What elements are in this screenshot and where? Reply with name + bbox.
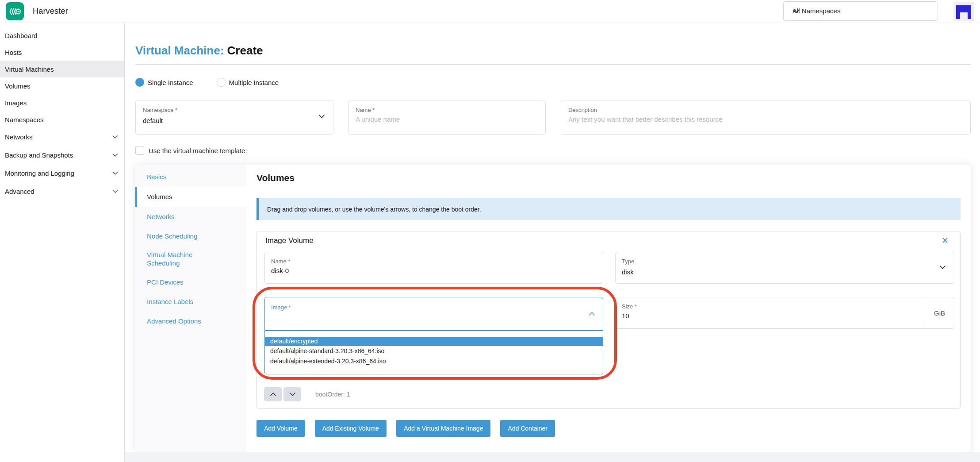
volume-name-field: Name * xyxy=(264,252,603,284)
tab-networks[interactable]: Networks xyxy=(135,207,247,227)
sidebar-nav: Dashboard Hosts Virtual Machines Volumes… xyxy=(0,23,125,462)
chevron-up-icon xyxy=(589,312,595,316)
boot-order-text: bootOrder: 1 xyxy=(315,391,350,398)
tab-virtual-machine-scheduling[interactable]: Virtual Machine Scheduling xyxy=(135,246,247,273)
chevron-down-icon xyxy=(112,135,118,139)
chevron-down-icon xyxy=(792,9,930,14)
volume-action-buttons: Add Volume Add Existing Volume Add a Vir… xyxy=(256,420,555,437)
harvester-logo-icon[interactable] xyxy=(6,2,24,20)
namespace-select[interactable]: Namespace * default xyxy=(135,100,333,135)
volume-type-value: disk xyxy=(622,268,634,276)
volume-type-select[interactable]: Type disk xyxy=(615,252,954,284)
namespace-label: Namespace xyxy=(143,107,173,113)
vm-name-input[interactable] xyxy=(356,116,538,123)
sidebar-item-namespaces[interactable]: Namespaces xyxy=(0,111,124,128)
volume-size-label: Size xyxy=(622,303,633,310)
page-title-resource: Virtual Machine: xyxy=(135,44,224,57)
tab-instance-labels[interactable]: Instance Labels xyxy=(135,292,247,312)
page-background-strip xyxy=(125,452,980,462)
chevron-down-icon xyxy=(112,153,118,157)
volume-image-select[interactable]: Image * xyxy=(264,297,603,331)
required-asterisk: * xyxy=(372,107,375,113)
volume-image-label: Image xyxy=(271,304,287,311)
tab-advanced-options[interactable]: Advanced Options xyxy=(135,312,247,331)
sidebar-item-monitoring-and-logging[interactable]: Monitoring and Logging xyxy=(0,164,124,182)
tab-column: Basics Volumes Networks Node Scheduling … xyxy=(135,165,247,452)
sidebar-item-backup-and-snapshots[interactable]: Backup and Snapshots xyxy=(0,146,124,164)
required-asterisk: * xyxy=(175,107,177,113)
boot-order-controls: bootOrder: 1 xyxy=(264,387,350,401)
description-input[interactable] xyxy=(568,116,963,123)
boot-order-info-banner: Drag and drop volumes, or use the volume… xyxy=(256,198,961,220)
namespace-filter-select[interactable]: All Namespaces xyxy=(783,1,938,21)
close-icon[interactable]: ✕ xyxy=(942,235,949,246)
chevron-down-icon xyxy=(112,171,118,175)
multiple-instance-radio[interactable] xyxy=(217,78,226,87)
harvester-app: Harvester All Namespaces Dashboard Hosts… xyxy=(0,0,980,462)
sidebar-item-virtual-machines[interactable]: Virtual Machines xyxy=(0,61,124,77)
add-existing-volume-button[interactable]: Add Existing Volume xyxy=(315,420,387,437)
image-volume-card: Image Volume ✕ Name * Type disk Image * … xyxy=(256,231,961,409)
page-title: Virtual Machine: Create xyxy=(135,44,263,58)
description-label: Description xyxy=(568,107,597,113)
single-instance-radio[interactable] xyxy=(135,78,144,87)
top-header: Harvester All Namespaces xyxy=(0,0,980,23)
volume-name-label: Name xyxy=(271,258,287,265)
vm-name-field: Name * xyxy=(348,100,546,135)
move-volume-down-button[interactable] xyxy=(283,387,301,401)
volumes-section-heading: Volumes xyxy=(256,173,295,183)
size-unit-suffix: GiB xyxy=(925,302,954,324)
required-asterisk: * xyxy=(288,258,290,265)
vm-template-checkbox-row: Use the virtual machine template: xyxy=(135,146,247,155)
image-volume-card-title: Image Volume xyxy=(265,236,314,245)
required-asterisk: * xyxy=(289,304,291,311)
add-container-button[interactable]: Add Container xyxy=(500,420,555,437)
vm-template-checkbox[interactable] xyxy=(135,146,144,155)
vm-template-checkbox-label: Use the virtual machine template: xyxy=(149,147,247,154)
move-volume-up-button[interactable] xyxy=(264,387,282,401)
page-title-action: Create xyxy=(227,44,263,57)
title-divider xyxy=(135,64,971,65)
required-asterisk: * xyxy=(635,303,637,310)
chevron-down-icon xyxy=(318,114,325,119)
single-instance-label: Single Instance xyxy=(148,79,193,86)
boot-order-info-text: Drag and drop volumes, or use the volume… xyxy=(267,206,481,213)
image-dropdown-menu: default/encrypted default/alpine-standar… xyxy=(264,331,603,374)
sidebar-item-hosts[interactable]: Hosts xyxy=(0,44,124,61)
instance-type-radio-group: Single Instance Multiple Instance xyxy=(135,77,279,87)
image-option-encrypted[interactable]: default/encrypted xyxy=(265,337,603,346)
multiple-instance-label: Multiple Instance xyxy=(229,79,279,86)
tab-pci-devices[interactable]: PCI Devices xyxy=(135,273,247,292)
vm-name-label: Name xyxy=(356,107,371,113)
tab-node-scheduling[interactable]: Node Scheduling xyxy=(135,227,247,246)
image-option-alpine-standard[interactable]: default/alpine-standard-3.20.3-x86_64.is… xyxy=(265,346,603,356)
description-field: Description xyxy=(561,100,971,135)
tab-basics[interactable]: Basics xyxy=(135,167,247,187)
volume-name-input[interactable] xyxy=(271,267,324,274)
sidebar-item-dashboard[interactable]: Dashboard xyxy=(0,27,124,44)
volume-size-input[interactable] xyxy=(622,312,675,320)
add-virtual-machine-image-button[interactable]: Add a Virtual Machine Image xyxy=(396,420,491,437)
app-name: Harvester xyxy=(33,7,68,16)
image-option-alpine-extended[interactable]: default/alpine-extended-3.20.3-x86_64.is… xyxy=(265,356,603,366)
user-avatar[interactable] xyxy=(953,2,974,21)
volume-type-label: Type xyxy=(622,258,634,265)
namespace-value: default xyxy=(143,117,163,124)
sidebar-item-volumes[interactable]: Volumes xyxy=(0,77,124,94)
sidebar-item-advanced[interactable]: Advanced xyxy=(0,182,124,200)
volume-size-field: Size * GiB xyxy=(615,297,954,329)
sidebar-item-images[interactable]: Images xyxy=(0,94,124,111)
sidebar-item-networks[interactable]: Networks xyxy=(0,128,124,146)
chevron-down-icon xyxy=(939,265,946,270)
chevron-down-icon xyxy=(112,189,118,193)
tab-volumes[interactable]: Volumes xyxy=(135,187,247,207)
add-volume-button[interactable]: Add Volume xyxy=(256,420,305,437)
create-vm-panel: Basics Volumes Networks Node Scheduling … xyxy=(135,165,971,452)
